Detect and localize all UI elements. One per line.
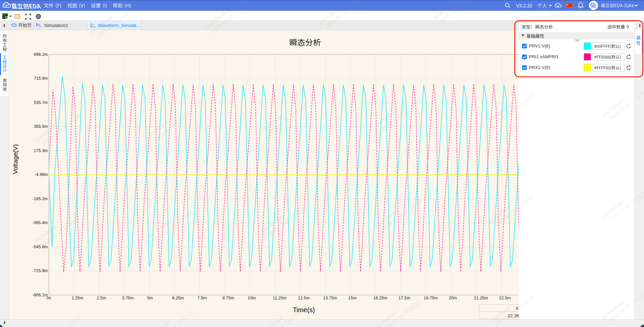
- svg-text:N: N: [39, 25, 41, 28]
